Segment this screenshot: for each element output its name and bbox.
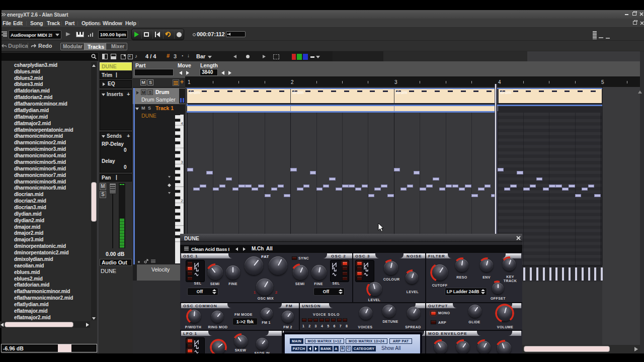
svg-text:3: 3	[181, 160, 183, 164]
svg-text:4: 4	[181, 121, 183, 126]
svg-text:2: 2	[181, 199, 183, 203]
